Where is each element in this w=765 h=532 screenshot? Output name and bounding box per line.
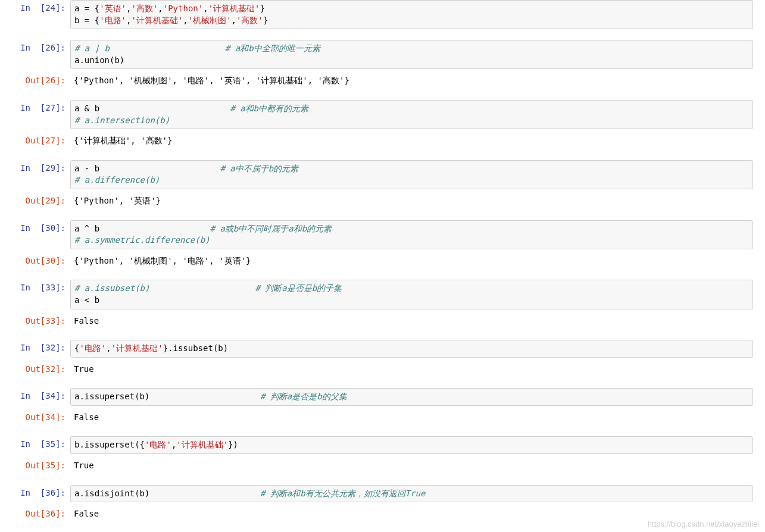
cell: In [27]:a & b # a和b中都有的元素 # a.intersecti… — [12, 100, 753, 149]
code-cell[interactable]: In [26]:# a | b # a和b中全部的唯一元素 a.union(b) — [12, 40, 753, 69]
cell: In [29]:a - b # a中不属于b的元素 # a.difference… — [12, 160, 753, 209]
cell: In [24]:a = {'英语','高数','Python','计算机基础'}… — [12, 0, 753, 29]
input-prompt: In [26]: — [12, 40, 70, 69]
cell: In [32]:{'电路','计算机基础'}.issubset(b)Out[32… — [12, 340, 753, 377]
output-row: Out[29]:{'Python', '英语'} — [12, 193, 753, 209]
code-input[interactable]: # a | b # a和b中全部的唯一元素 a.union(b) — [70, 40, 753, 69]
code-input[interactable]: a.isdisjoint(b) # 判断a和b有无公共元素，如没有返回True — [70, 485, 753, 503]
output-text: False — [70, 409, 753, 426]
output-row: Out[35]:True — [12, 458, 753, 474]
output-prompt-number: 30 — [45, 256, 55, 265]
output-row: Out[34]:False — [12, 409, 753, 426]
input-prompt-number: 34 — [45, 391, 55, 400]
code-cell[interactable]: In [24]:a = {'英语','高数','Python','计算机基础'}… — [12, 0, 753, 29]
input-prompt: In [36]: — [12, 485, 70, 503]
input-prompt-number: 27 — [45, 103, 55, 112]
output-text: True — [70, 458, 753, 474]
cell: In [26]:# a | b # a和b中全部的唯一元素 a.union(b)… — [12, 40, 753, 89]
output-prompt-number: 32 — [45, 364, 55, 374]
input-prompt-number: 32 — [45, 343, 55, 352]
output-prompt: Out[36]: — [12, 506, 70, 522]
code-input[interactable]: a - b # a中不属于b的元素 # a.difference(b) — [70, 160, 753, 189]
code-cell[interactable]: In [27]:a & b # a和b中都有的元素 # a.intersecti… — [12, 100, 753, 129]
cell: In [33]:# a.issubset(b) # 判断a是否是b的子集 a <… — [12, 280, 753, 329]
code-cell[interactable]: In [32]:{'电路','计算机基础'}.issubset(b) — [12, 340, 753, 358]
code-cell[interactable]: In [36]:a.isdisjoint(b) # 判断a和b有无公共元素，如没… — [12, 485, 753, 503]
output-prompt-number: 34 — [45, 412, 55, 422]
input-prompt: In [32]: — [12, 340, 70, 358]
output-row: Out[26]:{'Python', '机械制图', '电路', '英语', '… — [12, 73, 753, 89]
input-prompt-number: 26 — [45, 43, 55, 52]
input-prompt-number: 35 — [45, 439, 55, 449]
output-prompt-number: 36 — [45, 509, 55, 518]
output-prompt: Out[35]: — [12, 458, 70, 474]
output-text: False — [70, 313, 753, 330]
watermark-text: https://blog.csdn.net/xiaoyezhilei — [648, 520, 759, 528]
output-prompt-number: 35 — [45, 461, 55, 470]
code-cell[interactable]: In [35]:b.issuperset({'电路','计算机基础'}) — [12, 436, 753, 454]
output-prompt: Out[26]: — [12, 73, 70, 89]
code-input[interactable]: a.issuperset(b) # 判断a是否是b的父集 — [70, 388, 753, 406]
output-prompt: Out[30]: — [12, 253, 70, 270]
output-prompt: Out[34]: — [12, 409, 70, 426]
code-input[interactable]: a & b # a和b中都有的元素 # a.intersection(b) — [70, 100, 753, 129]
output-prompt: Out[27]: — [12, 133, 70, 149]
code-cell[interactable]: In [30]:a ^ b # a或b中不同时属于a和b的元素 # a.symm… — [12, 220, 753, 249]
input-prompt: In [29]: — [12, 160, 70, 189]
output-text: {'计算机基础', '高数'} — [70, 133, 753, 149]
output-prompt: Out[33]: — [12, 313, 70, 330]
output-row: Out[33]:False — [12, 313, 753, 330]
output-text: {'Python', '机械制图', '电路', '英语', '计算机基础', … — [70, 73, 753, 89]
code-cell[interactable]: In [33]:# a.issubset(b) # 判断a是否是b的子集 a <… — [12, 280, 753, 309]
output-row: Out[32]:True — [12, 361, 753, 378]
input-prompt-number: 29 — [45, 163, 55, 173]
cell: In [36]:a.isdisjoint(b) # 判断a和b有无公共元素，如没… — [12, 485, 753, 522]
notebook-body: In [24]:a = {'英语','高数','Python','计算机基础'}… — [0, 0, 765, 522]
input-prompt: In [30]: — [12, 220, 70, 249]
input-prompt-number: 30 — [45, 223, 55, 233]
output-prompt-number: 27 — [45, 136, 55, 145]
input-prompt: In [24]: — [12, 0, 70, 29]
output-text: {'Python', '机械制图', '电路', '英语'} — [70, 253, 753, 270]
cell: In [30]:a ^ b # a或b中不同时属于a和b的元素 # a.symm… — [12, 220, 753, 270]
output-prompt-number: 33 — [45, 316, 55, 326]
code-input[interactable]: # a.issubset(b) # 判断a是否是b的子集 a < b — [70, 280, 753, 309]
output-row: Out[30]:{'Python', '机械制图', '电路', '英语'} — [12, 253, 753, 270]
input-prompt-number: 24 — [45, 3, 55, 12]
code-input[interactable]: {'电路','计算机基础'}.issubset(b) — [70, 340, 753, 358]
code-input[interactable]: a ^ b # a或b中不同时属于a和b的元素 # a.symmetric.di… — [70, 220, 753, 249]
code-cell[interactable]: In [29]:a - b # a中不属于b的元素 # a.difference… — [12, 160, 753, 189]
cell: In [34]:a.issuperset(b) # 判断a是否是b的父集Out[… — [12, 388, 753, 425]
code-input[interactable]: a = {'英语','高数','Python','计算机基础'} b = {'电… — [70, 0, 753, 29]
code-cell[interactable]: In [34]:a.issuperset(b) # 判断a是否是b的父集 — [12, 388, 753, 406]
input-prompt-number: 33 — [45, 283, 55, 292]
input-prompt: In [34]: — [12, 388, 70, 406]
output-row: Out[27]:{'计算机基础', '高数'} — [12, 133, 753, 149]
input-prompt: In [33]: — [12, 280, 70, 309]
code-input[interactable]: b.issuperset({'电路','计算机基础'}) — [70, 436, 753, 454]
output-text: {'Python', '英语'} — [70, 193, 753, 209]
input-prompt: In [27]: — [12, 100, 70, 129]
input-prompt: In [35]: — [12, 436, 70, 454]
output-prompt: Out[32]: — [12, 361, 70, 378]
output-prompt-number: 29 — [45, 196, 55, 205]
input-prompt-number: 36 — [45, 488, 55, 497]
output-text: True — [70, 361, 753, 378]
cell: In [35]:b.issuperset({'电路','计算机基础'})Out[… — [12, 436, 753, 474]
output-row: Out[36]:False — [12, 506, 753, 522]
output-prompt-number: 26 — [45, 76, 55, 85]
output-prompt: Out[29]: — [12, 193, 70, 209]
